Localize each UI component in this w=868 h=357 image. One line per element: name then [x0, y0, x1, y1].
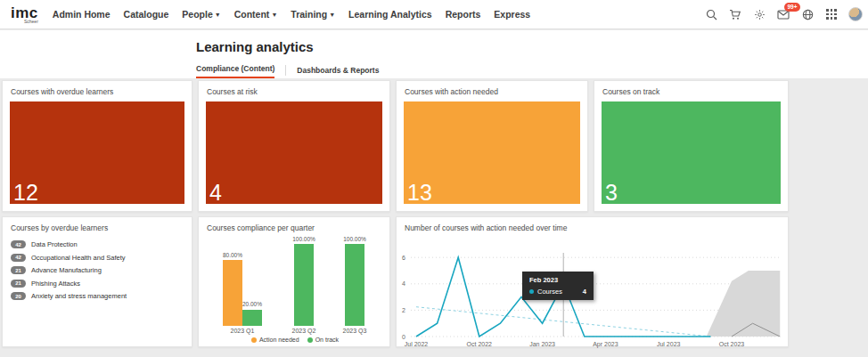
navbar-actions: 99+ [704, 7, 868, 21]
kpi-title: Courses at risk [207, 87, 258, 96]
kpi-card-overdue-learners[interactable]: Courses with overdue learners 12 [2, 80, 192, 212]
nav-training[interactable]: Training▼ [291, 9, 335, 20]
list-item[interactable]: 21 Phishing Attacks [11, 280, 184, 288]
count-badge: 42 [11, 240, 26, 248]
course-name: Advance Manufacturing [31, 266, 102, 274]
bar-q2-on-track[interactable]: 100.00% [294, 244, 314, 326]
line-chart-title: Number of courses with action needed ove… [405, 223, 567, 232]
card-courses-by-overdue-learners: Courses by overdue learners 42 Data Prot… [2, 216, 192, 347]
notification-badge: 99+ [784, 3, 800, 12]
svg-text:Apr 2023: Apr 2023 [593, 341, 618, 348]
page-title: Learning analytics [196, 39, 314, 54]
top-navbar: imc Scheer Admin Home Catalogue People▼ … [0, 0, 868, 29]
messages-icon[interactable]: 99+ [776, 7, 790, 21]
bar-chart-plot: 80.00% 20.00% 100.00% 100.00% [199, 244, 391, 326]
bar[interactable] [345, 244, 364, 326]
legend-label: On track [315, 337, 339, 343]
svg-text:Oct 2022: Oct 2022 [467, 341, 493, 347]
svg-text:6: 6 [402, 255, 405, 261]
list-item[interactable]: 42 Occupational Health and Safety [11, 254, 184, 262]
line-chart-plot[interactable]: 0246Jul 2022Oct 2022Jan 2023Apr 2023Jul … [398, 239, 787, 351]
nav-learning-analytics[interactable]: Learning Analytics [348, 9, 432, 20]
svg-text:Jul 2023: Jul 2023 [657, 341, 681, 347]
legend-dot [307, 337, 313, 343]
kpi-color-block: 13 [404, 101, 580, 204]
nav-catalogue[interactable]: Catalogue [124, 9, 169, 20]
globe-icon[interactable] [800, 7, 815, 21]
nav-admin-home[interactable]: Admin Home [53, 9, 111, 20]
kpi-color-block: 12 [10, 101, 184, 204]
list-item[interactable]: 20 Anxiety and stress management [11, 292, 184, 300]
nav-content[interactable]: Content▼ [234, 9, 278, 20]
tooltip-series-label: Courses [537, 288, 562, 296]
imc-logo[interactable]: imc Scheer [11, 5, 38, 24]
count-badge: 21 [11, 266, 26, 274]
kpi-card-courses-at-risk[interactable]: Courses at risk 4 [198, 80, 390, 212]
svg-text:Jul 2022: Jul 2022 [405, 341, 429, 347]
nav-express[interactable]: Express [494, 9, 530, 20]
bar-value-label: 100.00% [335, 236, 374, 242]
kpi-title: Courses on track [602, 87, 659, 96]
list-card-title: Courses by overdue learners [11, 223, 108, 232]
kpi-value: 12 [13, 181, 38, 204]
bar-q1-on-track[interactable]: 20.00% [242, 244, 262, 326]
count-badge: 42 [11, 254, 26, 262]
kpi-title: Courses with overdue learners [11, 87, 113, 96]
course-name: Data Protection [31, 240, 78, 248]
chart-tooltip: Feb 2023 Courses 4 [522, 272, 594, 300]
bar-value-label: 100.00% [284, 236, 323, 242]
chevron-down-icon: ▼ [271, 12, 277, 18]
tooltip-value: 4 [583, 288, 586, 296]
kpi-value: 13 [407, 181, 432, 204]
legend-label: Action needed [259, 337, 299, 343]
x-axis-label: 2023 Q3 [328, 328, 381, 334]
tab-compliance-content[interactable]: Compliance (Content) [196, 64, 274, 79]
bar[interactable] [294, 244, 314, 326]
tab-bar: Compliance (Content) Dashboards & Report… [196, 64, 379, 79]
kpi-color-block: 4 [206, 101, 382, 204]
list-item[interactable]: 42 Data Protection [11, 240, 184, 248]
x-axis-label: 2023 Q1 [216, 328, 269, 334]
course-name: Occupational Health and Safety [31, 254, 125, 262]
nav-people[interactable]: People▼ [182, 9, 220, 20]
x-axis-label: 2023 Q2 [277, 328, 331, 334]
tab-dashboards-reports[interactable]: Dashboards & Reports [297, 66, 379, 78]
count-badge: 20 [11, 292, 26, 300]
page-header: Learning analytics Compliance (Content) … [0, 30, 868, 78]
svg-text:Jan 2023: Jan 2023 [529, 341, 555, 347]
chevron-down-icon: ▼ [215, 12, 221, 18]
main-nav: Admin Home Catalogue People▼ Content▼ Tr… [53, 9, 530, 20]
chevron-down-icon: ▼ [329, 12, 335, 18]
svg-text:Oct 2023: Oct 2023 [719, 341, 745, 347]
svg-text:4: 4 [402, 280, 405, 287]
bar-q3-on-track[interactable]: 100.00% [345, 244, 364, 326]
nav-reports[interactable]: Reports [446, 9, 481, 20]
overdue-course-list: 42 Data Protection 42 Occupational Healt… [11, 240, 184, 305]
bar[interactable] [242, 310, 262, 326]
apps-grid-icon[interactable] [824, 7, 839, 21]
legend-action-needed[interactable]: Action needed [251, 337, 299, 343]
list-item[interactable]: 21 Advance Manufacturing [11, 266, 184, 274]
tooltip-date: Feb 2023 [529, 276, 586, 284]
tab-divider [285, 65, 286, 76]
kpi-card-action-needed[interactable]: Courses with action needed 13 [396, 80, 588, 212]
user-avatar[interactable] [848, 7, 863, 21]
kpi-value: 3 [605, 181, 618, 204]
tooltip-series-dot [529, 289, 534, 294]
cart-icon[interactable] [728, 7, 742, 21]
kpi-value: 4 [209, 181, 222, 204]
svg-text:0: 0 [402, 334, 405, 340]
bar-q1-action-needed[interactable]: 80.00% [223, 244, 242, 326]
search-icon[interactable] [704, 7, 718, 21]
card-compliance-per-quarter: Courses compliance per quarter 80.00% 20… [198, 216, 390, 347]
legend-on-track[interactable]: On track [307, 337, 339, 343]
legend-dot [251, 337, 257, 343]
kpi-card-on-track[interactable]: Courses on track 3 [594, 80, 789, 212]
bar-chart-title: Courses compliance per quarter [207, 223, 315, 232]
bar-value-label: 20.00% [233, 301, 272, 307]
bar[interactable] [223, 260, 242, 326]
bar-chart-legend: Action needed On track [199, 337, 391, 343]
logo-text: imc [11, 5, 38, 20]
settings-gear-icon[interactable] [752, 7, 766, 21]
course-name: Phishing Attacks [31, 280, 80, 288]
